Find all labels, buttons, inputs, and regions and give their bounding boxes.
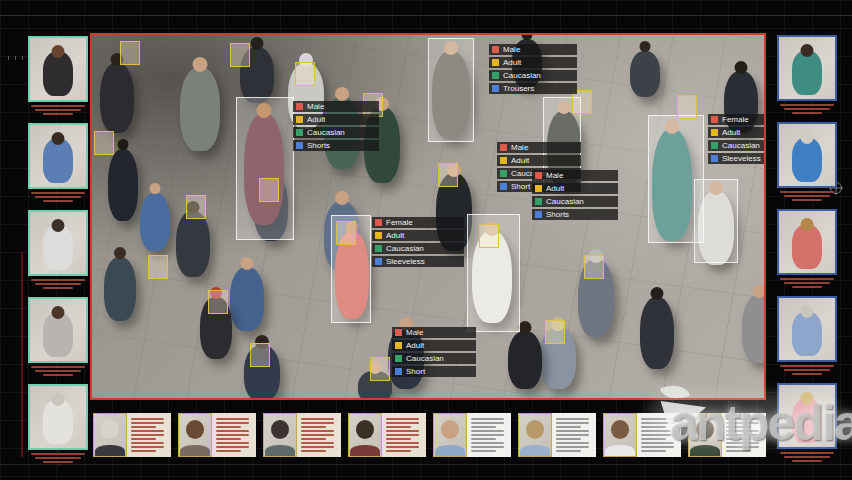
attribute-color-swatch [296,129,303,136]
detected-person-thumbnail[interactable] [28,384,88,450]
attribute-label-text: Adult [546,185,564,193]
attribute-label-text: Sleeveless [722,155,761,163]
thumbnail-caption-lines [775,278,839,288]
attribute-label-text: Sleeveless [386,258,425,266]
face-shoulders [95,445,125,457]
hud-bottom-rule [0,464,852,465]
thumbnail-caption-lines [26,192,90,202]
attribute-color-swatch [492,72,499,79]
face-report-unit[interactable] [518,413,596,457]
panel-text-line [216,450,241,452]
panel-text-line [556,446,589,448]
panel-text-line [131,450,156,452]
detected-person-thumbnail[interactable] [28,297,88,363]
panel-text-line [131,438,156,440]
face-report-unit[interactable] [263,413,341,457]
attribute-label-text: Adult [406,342,424,350]
attribute-color-swatch [711,116,718,123]
panel-text-line [556,438,581,440]
attribute-label-row: Male [392,327,476,338]
panel-text-line [301,446,334,448]
pedestrian-figure [230,257,264,329]
analysis-text-panel [467,413,511,457]
attribute-label-text: Caucasian [722,142,760,150]
pedestrian-body [640,297,674,369]
face-crop-thumbnail [603,413,637,457]
face-report-unit[interactable] [348,413,426,457]
panel-text-line [216,438,241,440]
face-shoulders [435,445,465,457]
face-report-unit[interactable] [93,413,171,457]
face-detection-box [148,255,168,279]
face-shoulders [350,445,380,457]
panel-text-line [131,446,164,448]
attribute-label-text: Adult [511,157,529,165]
detected-person-thumbnail[interactable] [28,36,88,102]
detected-person-thumbnail[interactable] [777,296,837,362]
detected-person-thumbnail[interactable] [777,209,837,275]
face-crop-thumbnail [518,413,552,457]
panel-text-line [726,438,751,440]
caption-line [792,286,823,288]
face-shoulders [520,445,550,457]
face-head [526,420,544,439]
attribute-color-swatch [296,103,303,110]
pedestrian-head [150,183,161,194]
pedestrian-head [335,87,349,101]
pedestrian-head [193,57,208,72]
panel-text-line [216,426,241,428]
attribute-color-swatch [500,157,507,164]
thumbnail-person-body [43,52,73,96]
face-report-unit[interactable] [178,413,256,457]
panel-text-line [131,442,164,444]
attribute-color-swatch [535,172,542,179]
detected-person-thumbnail[interactable] [777,122,837,188]
face-crop-thumbnail [93,413,127,457]
attribute-label-text: Adult [722,129,740,137]
attribute-label-row: Male [532,170,618,181]
caption-line [43,461,74,463]
face-report-unit[interactable] [433,413,511,457]
face-detection-box [370,357,390,381]
thumbnail-person-body [792,399,822,443]
panel-text-line [726,418,759,420]
detected-person-thumbnail[interactable] [777,35,837,101]
face-detection-box [584,255,604,279]
attribute-color-swatch [375,219,382,226]
face-report-unit[interactable] [688,413,766,457]
pedestrian-body [742,295,766,363]
panel-text-line [641,450,666,452]
attribute-label-text: Female [722,116,749,124]
detected-person-thumbnail[interactable] [777,383,837,449]
detected-person-thumbnail[interactable] [28,123,88,189]
attribute-color-swatch [296,142,303,149]
thumbnail-person-head [801,392,814,405]
caption-line [780,452,834,454]
attribute-color-swatch [711,142,718,149]
panel-text-line [386,446,419,448]
attribute-color-swatch [711,129,718,136]
attribute-color-swatch [296,116,303,123]
attribute-label-row: Caucasian [293,127,379,138]
pedestrian-head [519,321,532,334]
attribute-label-text: Caucasian [386,245,424,253]
thumbnail-person-body [43,139,73,183]
caption-line [43,287,74,289]
thumbnail-person-head [52,45,65,58]
caption-line [31,279,85,281]
panel-text-line [471,434,504,436]
analysis-text-panel [297,413,341,457]
surveillance-dashboard: I I I I I · · · · I I I I · · · · · Male… [0,0,852,480]
face-detection-box [186,195,206,219]
pedestrian-head [753,285,766,298]
attribute-color-swatch [492,59,499,66]
detected-person-thumbnail[interactable] [28,210,88,276]
face-crop-thumbnail [688,413,722,457]
face-report-unit[interactable] [603,413,681,457]
face-detection-box [230,43,250,67]
panel-text-line [131,434,164,436]
attribute-color-swatch [395,342,402,349]
pedestrian-head [114,247,126,259]
caption-line [31,453,85,455]
attribute-label-text: Female [386,219,413,227]
